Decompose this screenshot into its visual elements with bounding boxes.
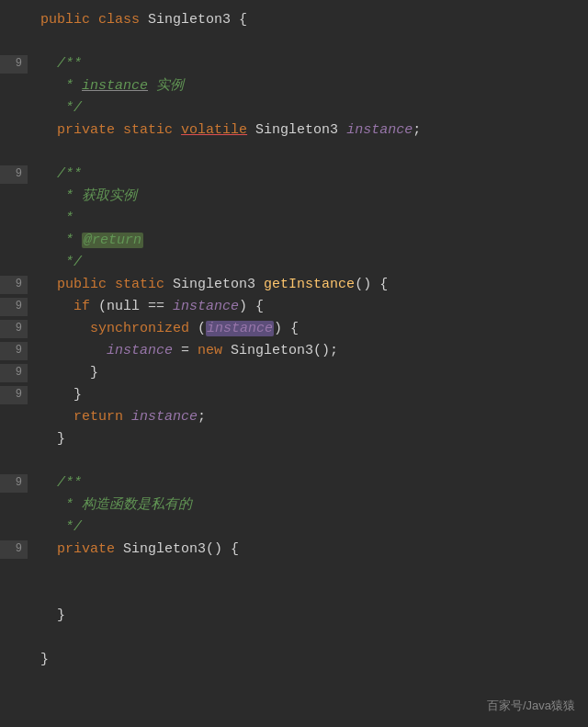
line-number-13: 9 — [0, 276, 28, 293]
code-line-11: * @return — [0, 230, 588, 252]
line-content-16: instance = new Singleton3(); — [28, 340, 338, 362]
line-content-20: } — [28, 428, 65, 450]
line-number-25: 9 — [0, 540, 28, 558]
line-content-5: */ — [28, 97, 82, 119]
line-content-1: public class Singleton3 { — [28, 9, 247, 31]
code-editor: public class Singleton3 { 9 /** * instan… — [0, 0, 588, 680]
code-line-6: private static volatile Singleton3 insta… — [0, 119, 588, 142]
line-content-19: return instance; — [28, 406, 206, 428]
code-line-22: 9 /** — [0, 472, 588, 494]
code-line-18: 9 } — [0, 384, 588, 406]
line-content-24: */ — [28, 517, 82, 539]
code-line-9: * 获取实例 — [0, 186, 588, 208]
code-line-2 — [0, 31, 588, 53]
code-line-16: 9 instance = new Singleton3(); — [0, 340, 588, 362]
line-content-12: */ — [28, 252, 82, 274]
code-line-23: * 构造函数是私有的 — [0, 494, 588, 517]
code-line-4: * instance 实例 — [0, 75, 588, 97]
line-content-10: * — [28, 208, 74, 230]
line-content-28: } — [28, 605, 65, 627]
line-content-4: * instance 实例 — [28, 75, 184, 97]
line-content-11: * @return — [28, 230, 143, 252]
code-line-28: } — [0, 605, 588, 627]
line-content-6: private static volatile Singleton3 insta… — [28, 119, 421, 142]
code-line-20: } — [0, 428, 588, 450]
line-number-15: 9 — [0, 320, 28, 337]
code-line-27 — [0, 583, 588, 605]
code-line-17: 9 } — [0, 362, 588, 384]
line-number-3: 9 — [0, 55, 28, 73]
line-number-8: 9 — [0, 165, 28, 183]
line-number-16: 9 — [0, 342, 28, 359]
code-line-12: */ — [0, 252, 588, 274]
code-line-15: 9 synchronized (instance) { — [0, 318, 588, 340]
code-line-3: 9 /** — [0, 53, 588, 75]
code-line-5: */ — [0, 97, 588, 119]
code-line-8: 9 /** — [0, 164, 588, 186]
line-content-8: /** — [28, 164, 82, 186]
line-number-18: 9 — [0, 386, 28, 403]
line-number-14: 9 — [0, 298, 28, 315]
line-content-3: /** — [28, 53, 82, 75]
line-content-23: * 构造函数是私有的 — [28, 494, 192, 517]
line-content-15: synchronized (instance) { — [28, 318, 299, 340]
line-content-18: } — [28, 384, 82, 406]
line-content-30: } — [28, 649, 49, 671]
code-line-14: 9 if (null == instance) { — [0, 296, 588, 318]
code-line-25: 9 private Singleton3() { — [0, 539, 588, 561]
code-line-24: */ — [0, 517, 588, 539]
code-line-30: } — [0, 649, 588, 671]
line-number-17: 9 — [0, 364, 28, 381]
line-content-14: if (null == instance) { — [28, 296, 264, 318]
line-content-17: } — [28, 362, 98, 384]
line-content-13: public static Singleton3 getInstance() { — [28, 274, 388, 296]
line-content-9: * 获取实例 — [28, 186, 137, 208]
code-line-13: 9 public static Singleton3 getInstance()… — [0, 274, 588, 296]
code-line-29 — [0, 627, 588, 649]
code-line-26 — [0, 561, 588, 583]
line-number-22: 9 — [0, 474, 28, 492]
line-content-22: /** — [28, 472, 82, 494]
code-line-21 — [0, 450, 588, 472]
code-line-10: * — [0, 208, 588, 230]
code-line-7 — [0, 142, 588, 164]
line-content-25: private Singleton3() { — [28, 539, 239, 561]
code-line-19: return instance; — [0, 406, 588, 428]
watermark: 百家号/Java猿猿 — [487, 697, 575, 716]
code-line-1: public class Singleton3 { — [0, 9, 588, 31]
